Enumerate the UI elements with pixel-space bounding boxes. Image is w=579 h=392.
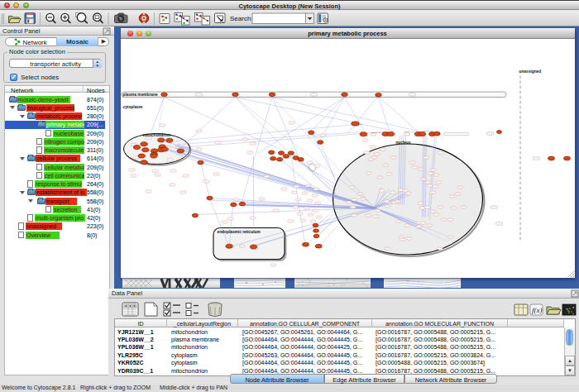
svg-text:GO:0044464: GO:0044464 <box>404 131 414 132</box>
svg-text:GO:0044464: GO:0044464 <box>423 129 433 131</box>
svg-text:f(x): f(x) <box>532 306 543 314</box>
svg-text:cytoplasm: cytoplasm <box>122 105 142 109</box>
svg-text:plasma membrane: plasma membrane <box>122 93 157 97</box>
svg-text:endoplasmic reticulum: endoplasmic reticulum <box>217 230 260 234</box>
svg-text:mitochondrion: mitochondrion <box>142 132 170 136</box>
svg-text:GO:0044464: GO:0044464 <box>371 131 381 132</box>
svg-text:unassigned: unassigned <box>519 69 541 74</box>
svg-text:Search:: Search: <box>230 15 253 22</box>
svg-text:nucleus: nucleus <box>395 141 410 145</box>
